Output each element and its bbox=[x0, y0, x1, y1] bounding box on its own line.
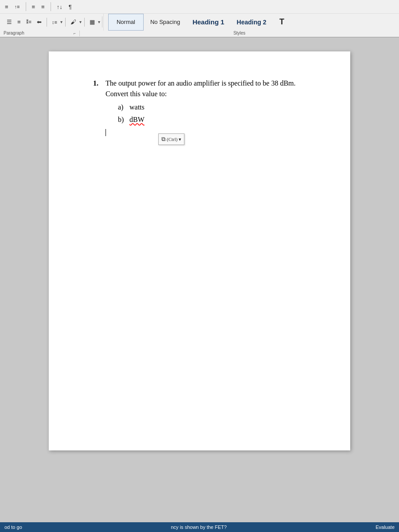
separator2 bbox=[51, 2, 51, 11]
paragraph-label: Paragraph bbox=[4, 31, 24, 35]
sub-item-a: a) watts bbox=[118, 102, 315, 113]
paragraph-section: Paragraph ⌐ bbox=[0, 31, 80, 36]
list-icon[interactable]: ≡ bbox=[3, 2, 11, 12]
decrease-indent-btn[interactable]: ⬅ bbox=[35, 17, 44, 27]
paste-options-button[interactable]: ⧉ (Ctrl) ▾ bbox=[158, 133, 184, 145]
list-item: 1. The output power for an audio amplifi… bbox=[93, 78, 315, 137]
sub-list: a) watts b) dBW bbox=[118, 102, 315, 125]
list-text: The output power for an audio amplifier … bbox=[106, 78, 315, 137]
sub-label-b: b) bbox=[118, 114, 129, 125]
style-heading1-button[interactable]: Heading 1 bbox=[187, 14, 230, 31]
style-heading1-label: Heading 1 bbox=[192, 18, 224, 26]
document-content[interactable]: 1. The output power for an audio amplifi… bbox=[93, 78, 315, 137]
sub-item-b: b) dBW bbox=[118, 114, 315, 125]
list-indent-btn[interactable]: ⁑≡ bbox=[24, 18, 34, 26]
indent-list-icon[interactable]: ↑≡ bbox=[12, 3, 22, 11]
paste-popup: ⧉ (Ctrl) ▾ bbox=[158, 133, 184, 145]
sep5 bbox=[84, 18, 85, 27]
sub-label-a: a) bbox=[118, 102, 129, 113]
style-normal-button[interactable]: Normal bbox=[108, 14, 144, 31]
shading-dropdown[interactable]: ▾ bbox=[79, 20, 82, 24]
sep4 bbox=[65, 18, 66, 27]
styles-section: Styles bbox=[80, 31, 399, 36]
ribbon-row2: ☰ ≡ ⁑≡ ⬅ ↕≡ ▾ 🖌 ▾ ▦ ▾ Normal No Spacing … bbox=[0, 13, 399, 30]
paragraph-tools: ☰ ≡ ⁑≡ ⬅ ↕≡ ▾ 🖌 ▾ ▦ ▾ bbox=[3, 16, 102, 27]
status-middle-text: ncy is shown by the FET? bbox=[171, 524, 227, 530]
style-nospacing-label: No Spacing bbox=[150, 19, 180, 25]
ribbon-row1: ≡ ↑≡ ≡ ≡ ↑↓ ¶ bbox=[0, 0, 399, 13]
status-right-text: Evaluate bbox=[376, 524, 395, 530]
line-spacing-dropdown[interactable]: ▾ bbox=[60, 20, 63, 24]
paragraph-launch-icon[interactable]: ⌐ bbox=[74, 31, 76, 35]
sub-text-b: dBW bbox=[129, 114, 315, 125]
paste-clipboard-icon: ⧉ bbox=[161, 135, 165, 144]
style-T-label: T bbox=[279, 17, 284, 27]
page: 1. The output power for an audio amplifi… bbox=[49, 51, 350, 450]
document-area: 1. The output power for an audio amplifi… bbox=[0, 38, 399, 512]
list-number: 1. bbox=[93, 78, 106, 89]
sub-text-a: watts bbox=[129, 102, 315, 113]
border-btn[interactable]: ▦ bbox=[87, 17, 97, 27]
sep3 bbox=[47, 18, 47, 27]
shading-btn[interactable]: 🖌 bbox=[68, 17, 78, 27]
style-normal-label: Normal bbox=[117, 19, 135, 25]
style-heading2-button[interactable]: Heading 2 bbox=[231, 14, 272, 31]
status-bar: od to go ncy is shown by the FET? Evalua… bbox=[0, 522, 399, 532]
align-left-btn[interactable]: ☰ bbox=[4, 17, 14, 27]
paste-ctrl-label: (Ctrl) bbox=[167, 136, 177, 143]
border-dropdown[interactable]: ▾ bbox=[98, 20, 100, 24]
line-spacing-btn[interactable]: ↕≡ bbox=[50, 18, 59, 26]
paste-dropdown-icon[interactable]: ▾ bbox=[179, 136, 181, 143]
paragraph-mark-icon[interactable]: ¶ bbox=[66, 2, 74, 12]
styles-area: Normal No Spacing Heading 1 Heading 2 T bbox=[103, 14, 396, 31]
align-left-icon[interactable]: ≡ bbox=[30, 2, 38, 12]
list-text-content: The output power for an audio amplifier … bbox=[106, 79, 296, 98]
align-center-icon[interactable]: ≡ bbox=[39, 2, 47, 12]
separator1 bbox=[26, 2, 26, 11]
style-nospacing-button[interactable]: No Spacing bbox=[145, 14, 186, 31]
style-heading2-label: Heading 2 bbox=[237, 19, 266, 26]
sort-icon[interactable]: ↑↓ bbox=[55, 2, 65, 12]
sections-row: Paragraph ⌐ Styles bbox=[0, 30, 399, 38]
align-center-btn[interactable]: ≡ bbox=[15, 17, 23, 27]
text-cursor bbox=[106, 129, 106, 136]
status-left-text: od to go bbox=[4, 524, 22, 530]
style-T-button[interactable]: T bbox=[273, 14, 291, 31]
styles-label: Styles bbox=[233, 31, 245, 35]
